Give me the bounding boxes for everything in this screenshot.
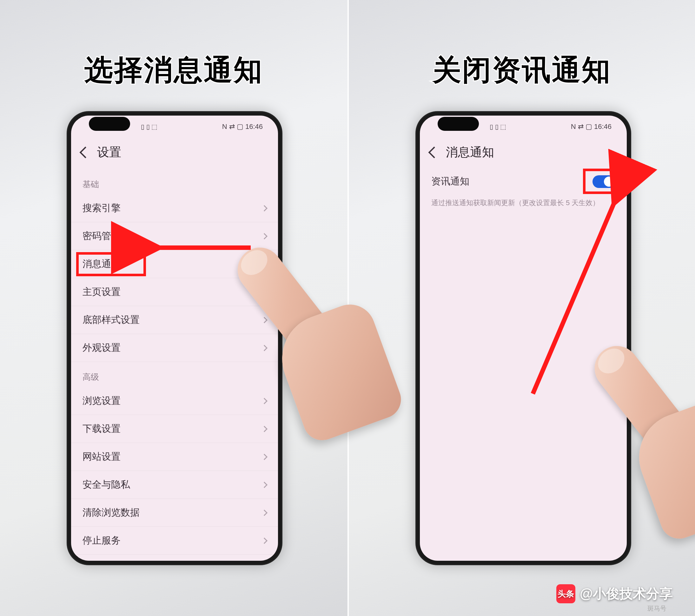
toggle-row-news: 资讯通知 [420, 169, 627, 194]
camera-notch [438, 117, 479, 131]
section-basic: 基础 [71, 169, 278, 194]
chevron-right-icon [261, 289, 268, 295]
chevron-right-icon [261, 482, 268, 488]
status-left: ▯ ▯ ⬚ [490, 123, 506, 131]
item-search-engine[interactable]: 搜索引擎 [71, 194, 278, 222]
watermark-logo: 头条 [556, 584, 575, 603]
chevron-right-icon [261, 205, 268, 212]
status-left: ▯ ▯ ⬚ [141, 123, 157, 131]
item-label: 网站设置 [83, 450, 121, 463]
item-label: 下载设置 [83, 422, 121, 435]
screen-left: ▯ ▯ ⬚ N ⇄ ▢ 16:46 设置 基础 搜索引擎 密码管理 消息通知 [71, 116, 278, 561]
section-advanced: 高级 [71, 362, 278, 387]
item-label: 清除浏览数据 [83, 506, 140, 519]
item-bottom-style[interactable]: 底部样式设置 [71, 306, 278, 334]
chevron-right-icon [261, 398, 268, 404]
item-label: 浏览设置 [83, 394, 121, 407]
page-header: 消息通知 [420, 138, 627, 169]
item-label: 搜索引擎 [83, 202, 121, 215]
page-header: 设置 [71, 138, 278, 169]
item-sites[interactable]: 网站设置 [71, 443, 278, 471]
item-label: 停止服务 [83, 534, 121, 547]
chevron-right-icon [261, 426, 268, 432]
status-right: N ⇄ ▢ 16:46 [222, 122, 263, 131]
watermark-small: 斑马号 [647, 604, 666, 613]
phone-left: ▯ ▯ ⬚ N ⇄ ▢ 16:46 设置 基础 搜索引擎 密码管理 消息通知 [67, 111, 283, 565]
red-arrow-diagonal [514, 190, 634, 406]
item-downloads[interactable]: 下载设置 [71, 415, 278, 443]
camera-notch [89, 117, 130, 131]
item-browsing[interactable]: 浏览设置 [71, 387, 278, 415]
left-panel: 选择消息通知 ▯ ▯ ⬚ N ⇄ ▢ 16:46 设置 基础 搜索引擎 密码管理 [0, 0, 348, 616]
page-title: 设置 [97, 144, 121, 160]
toggle-label: 资讯通知 [431, 175, 469, 188]
item-label: 底部样式设置 [83, 313, 140, 327]
toggle-switch[interactable] [593, 175, 615, 188]
back-icon[interactable] [80, 146, 91, 158]
item-appearance[interactable]: 外观设置 [71, 334, 278, 362]
item-label: 密码管理 [83, 230, 121, 243]
item-label: 外观设置 [83, 342, 121, 354]
item-stop-service[interactable]: 停止服务 [71, 527, 278, 555]
back-icon[interactable] [428, 146, 440, 158]
page-title: 消息通知 [446, 144, 494, 160]
item-label: 消息通知 [83, 257, 121, 270]
item-homepage[interactable]: 主页设置 [71, 278, 278, 306]
chevron-right-icon [261, 510, 268, 516]
svg-line-1 [533, 200, 615, 394]
right-caption: 关闭资讯通知 [433, 51, 612, 89]
watermark-text: @小俊技术分享 [580, 585, 673, 603]
chevron-right-icon [261, 345, 268, 351]
chevron-right-icon [261, 233, 268, 239]
item-label: 主页设置 [83, 285, 121, 298]
item-label: 安全与隐私 [83, 478, 130, 491]
chevron-right-icon [261, 261, 268, 267]
status-right: N ⇄ ▢ 16:46 [571, 122, 612, 131]
left-caption: 选择消息通知 [84, 51, 264, 89]
item-security[interactable]: 安全与隐私 [71, 471, 278, 499]
chevron-right-icon [261, 317, 268, 323]
right-panel: 关闭资讯通知 ▯ ▯ ⬚ N ⇄ ▢ 16:46 消息通知 资讯通知 通过推送通… [348, 0, 695, 616]
chevron-right-icon [261, 454, 268, 460]
red-arrow-left [146, 235, 260, 260]
item-clear-data[interactable]: 清除浏览数据 [71, 499, 278, 527]
chevron-right-icon [261, 537, 268, 544]
watermark: 头条 @小俊技术分享 [556, 584, 673, 603]
